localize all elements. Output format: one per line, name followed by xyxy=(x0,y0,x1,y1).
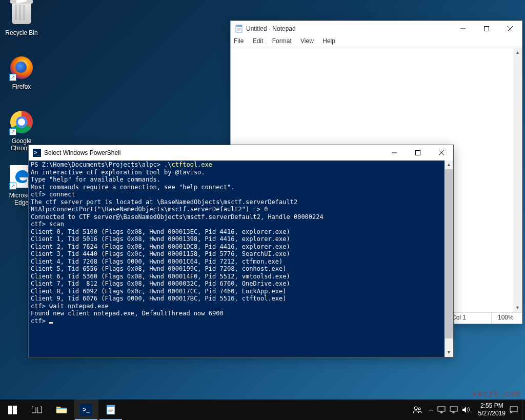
taskbar-powershell[interactable]: >_ xyxy=(74,399,98,420)
svg-rect-18 xyxy=(37,407,42,413)
menu-edit[interactable]: Edit xyxy=(253,37,264,45)
svg-rect-17 xyxy=(32,407,36,413)
menu-help[interactable]: Help xyxy=(322,37,335,45)
tray-volume-icon[interactable] xyxy=(462,406,474,413)
powershell-titlebar[interactable]: >_ Select Windows PowerShell xyxy=(29,145,453,161)
notepad-icon xyxy=(235,25,243,33)
powershell-window[interactable]: >_ Select Windows PowerShell PS Z:\Home\… xyxy=(28,145,454,357)
close-button[interactable] xyxy=(498,21,522,36)
menu-view[interactable]: View xyxy=(300,37,314,45)
desktop-icon-firefox[interactable]: ↗ Firefox xyxy=(2,55,41,90)
show-desktop-button[interactable] xyxy=(522,399,525,420)
svg-rect-22 xyxy=(107,405,115,407)
shortcut-overlay-icon: ↗ xyxy=(9,74,16,81)
svg-point-27 xyxy=(418,408,420,410)
svg-rect-28 xyxy=(438,407,445,411)
tray-chevron-up-icon[interactable]: ︿ xyxy=(425,406,437,413)
people-icon[interactable] xyxy=(413,405,425,414)
svg-rect-19 xyxy=(33,406,41,407)
system-tray: ︿ 2:55 PM 5/27/2019 xyxy=(413,399,525,420)
svg-rect-16 xyxy=(13,410,17,414)
scrollbar-thumb[interactable] xyxy=(445,169,453,338)
minimize-button[interactable] xyxy=(382,145,406,161)
shortcut-overlay-icon: ↗ xyxy=(9,183,16,190)
notepad-vertical-scrollbar[interactable]: ▲ ▼ xyxy=(513,48,522,312)
powershell-output: PS Z:\Home\Documents\Projects\alpc> .\ct… xyxy=(29,161,453,325)
notepad-icon xyxy=(106,404,116,415)
tray-network-icon[interactable] xyxy=(450,406,462,413)
menu-format[interactable]: Format xyxy=(272,37,292,45)
powershell-icon: >_ xyxy=(33,149,41,157)
svg-rect-10 xyxy=(416,151,420,155)
notepad-titlebar[interactable]: Untitled - Notepad xyxy=(231,21,522,36)
powershell-title: Select Windows PowerShell xyxy=(44,149,120,156)
scroll-up-icon[interactable]: ▲ xyxy=(513,48,522,57)
svg-rect-15 xyxy=(8,410,12,414)
tray-time: 2:55 PM xyxy=(480,402,503,409)
close-button[interactable] xyxy=(430,145,453,161)
tray-clock[interactable]: 2:55 PM 5/27/2019 xyxy=(474,401,510,419)
svg-rect-6 xyxy=(484,27,489,31)
scroll-down-icon[interactable]: ▼ xyxy=(445,348,453,357)
taskbar[interactable]: >_ ︿ 2:55 PM 5/27/2019 xyxy=(0,399,525,420)
watermark: seczk.com xyxy=(472,389,521,398)
task-view-button[interactable] xyxy=(25,399,49,420)
svg-point-26 xyxy=(414,407,417,410)
desktop-icon-recycle-bin[interactable]: Recycle Bin xyxy=(2,1,41,36)
status-zoom: 100% xyxy=(491,313,522,324)
svg-rect-14 xyxy=(13,406,17,410)
taskbar-notepad[interactable] xyxy=(98,399,123,420)
taskbar-file-explorer[interactable] xyxy=(49,399,74,420)
tray-vm-icon[interactable] xyxy=(437,406,450,413)
minimize-button[interactable] xyxy=(451,21,475,36)
notepad-title: Untitled - Notepad xyxy=(246,25,296,32)
shortcut-overlay-icon: ↗ xyxy=(9,128,16,135)
svg-rect-31 xyxy=(450,407,457,411)
svg-rect-1 xyxy=(236,25,242,27)
menu-file[interactable]: File xyxy=(234,37,244,45)
svg-rect-34 xyxy=(510,407,517,412)
start-button[interactable] xyxy=(0,399,25,420)
scroll-up-icon[interactable]: ▲ xyxy=(445,161,453,169)
label: Firefox xyxy=(2,83,41,90)
label: Recycle Bin xyxy=(2,29,41,36)
powershell-vertical-scrollbar[interactable]: ▲ ▼ xyxy=(445,161,453,357)
powershell-icon: >_ xyxy=(80,404,92,416)
maximize-button[interactable] xyxy=(406,145,430,161)
powershell-console[interactable]: PS Z:\Home\Documents\Projects\alpc> .\ct… xyxy=(29,161,453,357)
tray-date: 5/27/2019 xyxy=(478,410,506,417)
scroll-down-icon[interactable]: ▼ xyxy=(513,304,522,312)
action-center-icon[interactable] xyxy=(510,406,522,414)
svg-rect-20 xyxy=(56,408,67,409)
svg-rect-13 xyxy=(8,406,12,410)
maximize-button[interactable] xyxy=(475,21,498,36)
notepad-menubar: File Edit Format View Help xyxy=(231,36,522,47)
